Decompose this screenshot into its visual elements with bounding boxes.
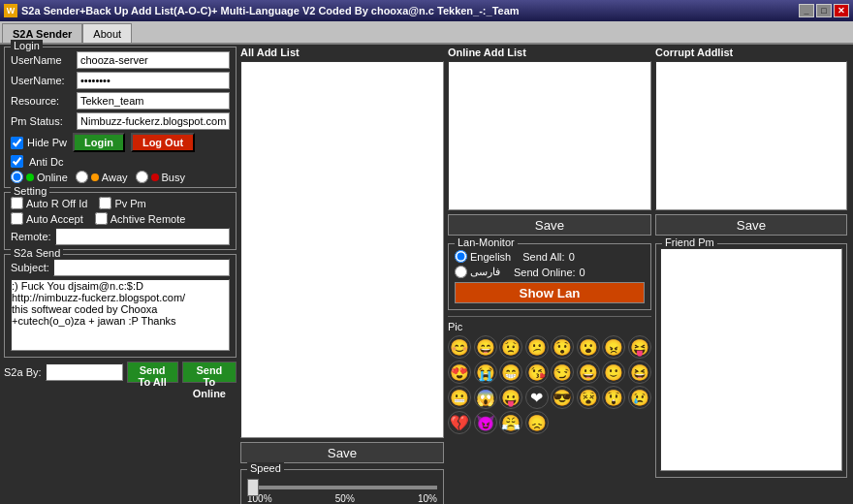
- subject-row: Subject:: [11, 259, 230, 276]
- window-controls: _ □ ✕: [799, 4, 849, 17]
- corrupt-addlist-save-button[interactable]: Save: [655, 214, 847, 236]
- lan-radio-row: Engelish Send All: 0: [455, 250, 645, 263]
- status-busy[interactable]: Busy: [136, 171, 185, 183]
- emoji-item[interactable]: 😏: [551, 361, 574, 384]
- pv-pm-checkbox[interactable]: [99, 197, 111, 209]
- status-online[interactable]: Online: [11, 171, 68, 183]
- remote-input[interactable]: [55, 228, 230, 245]
- all-add-list-save-button[interactable]: Save: [240, 442, 444, 463]
- username-label: UserName: [11, 54, 77, 66]
- emoji-item[interactable]: 😤: [499, 411, 522, 434]
- status-away[interactable]: Away: [76, 171, 128, 183]
- tab-bar: S2A Sender About: [0, 21, 853, 45]
- resource-row: Resource:: [11, 92, 230, 110]
- s2a-by-input[interactable]: [46, 363, 123, 381]
- show-lan-button[interactable]: Show Lan: [455, 282, 645, 303]
- speed-ticks: 100% 50% 10%: [247, 493, 437, 504]
- emoji-grid: 😊😄😟😕😯😮😠😝😍😭😁😘😏😀🙂😆😬😱😛❤😎😵😲😢💔😈😤😞: [448, 335, 651, 434]
- active-remote-label: Achtive Remote: [111, 213, 186, 225]
- all-add-list-container: All Add List Save: [240, 47, 444, 463]
- title-bar: W S2a Sender+Back Up Add List(A-O-C)+ Mu…: [0, 0, 853, 21]
- maximize-button[interactable]: □: [816, 4, 832, 17]
- emoji-item[interactable]: 😲: [602, 386, 625, 409]
- emoji-item[interactable]: 💔: [448, 411, 471, 434]
- emoji-item[interactable]: 😟: [499, 335, 522, 359]
- message-textarea[interactable]: [11, 279, 230, 351]
- status-row: Online Away Busy: [11, 171, 230, 183]
- lan-send-all-display: Send All: 0: [522, 250, 575, 263]
- setting-group: Setting Auto R Off Id Pv Pm Auto Accept: [4, 192, 237, 250]
- online-dot: [26, 173, 34, 181]
- emoji-item[interactable]: 😎: [551, 386, 574, 409]
- lan-monitor-group: Lan-Monitor Engelish Send All: 0 فارسی S…: [448, 243, 651, 310]
- emoji-item[interactable]: 😯: [551, 335, 574, 359]
- auto-accept-checkbox[interactable]: [11, 212, 23, 225]
- resource-input[interactable]: [77, 92, 230, 110]
- online-add-list-header: Online Add List: [448, 47, 651, 58]
- emoji-item[interactable]: 😠: [602, 335, 625, 359]
- close-button[interactable]: ✕: [834, 4, 849, 17]
- emoji-item[interactable]: 😬: [448, 386, 471, 409]
- subject-input[interactable]: [53, 259, 230, 276]
- emoji-item[interactable]: 😞: [525, 411, 549, 434]
- s2a-send-label: S2a Send: [11, 247, 63, 259]
- pic-section: Pic 😊😄😟😕😯😮😠😝😍😭😁😘😏😀🙂😆😬😱😛❤😎😵😲😢💔😈😤😞: [448, 316, 651, 434]
- emoji-item[interactable]: 😍: [448, 361, 471, 384]
- speed-thumb[interactable]: [247, 479, 259, 496]
- lan-send-online-display: Send Online: 0: [514, 266, 585, 278]
- send-to-online-button[interactable]: Send To Online: [182, 362, 237, 383]
- column-3: Online Add List Save Lan-Monitor Engelis…: [448, 47, 651, 434]
- emoji-item[interactable]: 😛: [499, 386, 522, 409]
- lan-farsi[interactable]: فارسی: [455, 266, 500, 278]
- remote-label: Remote:: [11, 231, 51, 242]
- emoji-item[interactable]: 🙂: [602, 361, 625, 384]
- lan-english[interactable]: Engelish: [455, 250, 511, 263]
- emoji-item[interactable]: 😮: [577, 335, 600, 359]
- subject-label: Subject:: [11, 262, 49, 273]
- emoji-item[interactable]: 😘: [525, 361, 549, 384]
- antidc-label: Anti Dc: [29, 156, 63, 168]
- emoji-item[interactable]: 😕: [525, 335, 549, 359]
- away-dot: [91, 173, 99, 181]
- lan-monitor-label: Lan-Monitor: [455, 236, 518, 248]
- send-to-all-button[interactable]: Send To All: [127, 362, 178, 383]
- s2a-by-row: S2a By: Send To All Send To Online: [4, 362, 237, 383]
- emoji-item[interactable]: 😁: [499, 361, 522, 384]
- pmstatus-input[interactable]: [77, 112, 230, 130]
- corrupt-addlist-area[interactable]: [655, 61, 847, 210]
- login-button[interactable]: Login: [73, 133, 125, 152]
- friend-pm-textarea[interactable]: [660, 248, 842, 471]
- logout-button[interactable]: Log Out: [131, 133, 195, 152]
- corrupt-addlist-header: Corrupt Addlist: [655, 47, 847, 58]
- antidc-checkbox[interactable]: [11, 155, 23, 168]
- emoji-item[interactable]: ❤: [525, 386, 549, 409]
- minimize-button[interactable]: _: [799, 4, 814, 17]
- emoji-item[interactable]: 😢: [628, 386, 651, 409]
- login-label: Login: [11, 40, 43, 51]
- username-input[interactable]: [77, 51, 230, 69]
- s2a-send-group: S2a Send Subject:: [4, 254, 237, 358]
- tab-about[interactable]: About: [82, 23, 132, 43]
- password-input[interactable]: [77, 72, 230, 89]
- all-add-list-area[interactable]: [240, 61, 444, 438]
- emoji-item[interactable]: 😭: [474, 361, 497, 384]
- password-row: UserName:: [11, 72, 230, 89]
- emoji-item[interactable]: 😄: [474, 335, 497, 359]
- emoji-item[interactable]: 😀: [577, 361, 600, 384]
- pv-pm-label: Pv Pm: [114, 198, 145, 209]
- emoji-item[interactable]: 😵: [577, 386, 600, 409]
- hidepw-checkbox[interactable]: [11, 137, 23, 149]
- emoji-item[interactable]: 😝: [628, 335, 651, 359]
- emoji-item[interactable]: 😈: [474, 411, 497, 434]
- emoji-item[interactable]: 😊: [448, 335, 471, 359]
- auto-r-off-id-checkbox[interactable]: [11, 197, 23, 209]
- emoji-item[interactable]: 😱: [474, 386, 497, 409]
- active-remote-checkbox[interactable]: [95, 212, 108, 225]
- corrupt-addlist-container: Corrupt Addlist Save: [655, 47, 847, 236]
- emoji-item[interactable]: 😆: [628, 361, 651, 384]
- username-row: UserName: [11, 51, 230, 69]
- online-add-list-area[interactable]: [448, 61, 651, 210]
- s2a-by-label: S2a By:: [4, 366, 42, 378]
- setting-row1: Auto R Off Id Pv Pm: [11, 197, 230, 209]
- online-add-list-save-button[interactable]: Save: [448, 214, 651, 236]
